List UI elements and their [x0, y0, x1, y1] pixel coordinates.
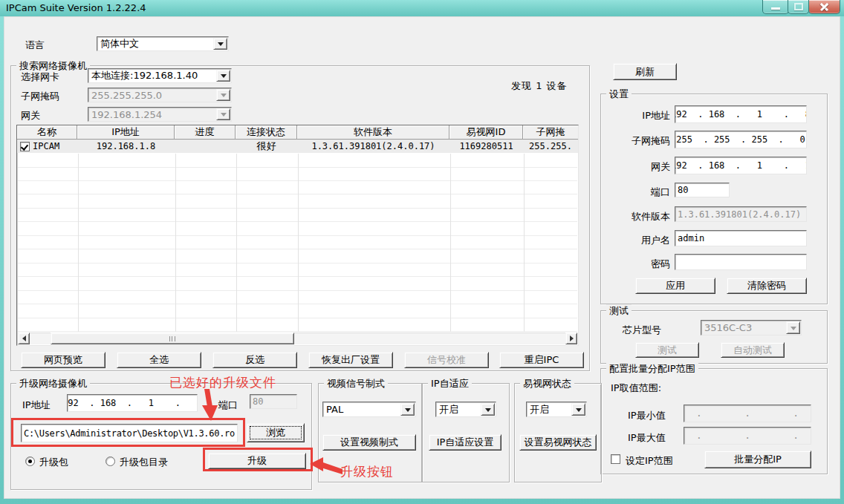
- gateway-value: 192.168.1.254: [91, 109, 162, 120]
- test-group-title: 测试: [606, 304, 632, 318]
- minimize-button[interactable]: [762, 0, 789, 14]
- device-table-header: 名称 IP地址 进度 连接状态 软件版本 易视网ID 子网掩: [17, 125, 578, 140]
- ysw-status-value: 开启: [530, 403, 549, 416]
- ysw-status-select[interactable]: 开启: [526, 402, 587, 417]
- device-mask: 255.255.: [523, 141, 578, 151]
- test-group: 测试: [600, 310, 828, 364]
- settings-port-field[interactable]: 80: [675, 183, 730, 197]
- window-title: IPCam Suite Version 1.2.22.4: [6, 2, 146, 13]
- batch-ip-group-title: 配置批量分配IP范围: [606, 362, 698, 376]
- upgrade-port-field: 80: [250, 394, 297, 409]
- signal-calibrate-button: 信号校准: [404, 352, 489, 368]
- auto-test-button: 自动测试: [721, 342, 785, 358]
- browse-button[interactable]: 浏览: [247, 423, 305, 442]
- chip-model-select: 3516C-C3: [701, 320, 802, 336]
- upgrade-package-label: 升级包: [39, 456, 68, 469]
- upgrade-package-radio[interactable]: [25, 456, 35, 466]
- chevron-down-icon: [216, 89, 230, 101]
- settings-version-label: 软件版本: [602, 210, 670, 223]
- nic-select[interactable]: 本地连接:192.168.1.40: [88, 68, 232, 83]
- web-preview-button[interactable]: 网页预览: [21, 352, 106, 368]
- left-arrow-icon: [310, 456, 343, 477]
- set-ip-range-checkbox[interactable]: [611, 454, 620, 464]
- settings-ip-label: IP地址: [602, 109, 670, 122]
- device-table: 名称 IP地址 进度 连接状态 软件版本 易视网ID 子网掩 IPCAM 192…: [16, 125, 579, 346]
- factory-reset-button[interactable]: 恢复出厂设置: [308, 352, 393, 368]
- down-arrow-icon: [198, 389, 221, 422]
- settings-gateway-field[interactable]: 192 . 168 . 1 . 1: [675, 157, 807, 174]
- column-header-mask[interactable]: 子网掩: [523, 125, 578, 140]
- chevron-down-icon[interactable]: [400, 403, 415, 416]
- chip-model-value: 3516C-C3: [704, 322, 752, 333]
- chevron-down-icon[interactable]: [216, 70, 230, 82]
- video-standard-select[interactable]: PAL: [322, 402, 416, 417]
- table-row[interactable]: IPCAM 192.168.1.8 很好 1.3.61.391801(2.4.0…: [17, 140, 578, 153]
- upgrade-package-dir-radio[interactable]: [106, 456, 115, 466]
- upgrade-ip-field[interactable]: 192 . 168 . 1 . 8: [67, 394, 198, 412]
- device-version: 1.3.61.391801(2.4.0.17): [297, 141, 449, 151]
- language-label: 语言: [25, 39, 45, 52]
- chip-model-label: 芯片型号: [623, 324, 661, 337]
- column-header-version[interactable]: 软件版本: [297, 125, 449, 140]
- scrollbar-thumb[interactable]: [51, 333, 294, 344]
- ip-max-field: . . .: [684, 427, 811, 445]
- settings-version-field: 1.3.61.391801(2.4.0.17): [675, 206, 807, 222]
- horizontal-scrollbar[interactable]: [18, 333, 577, 344]
- chevron-down-icon[interactable]: [481, 403, 495, 416]
- subnet-mask-select: 255.255.255.0: [88, 88, 232, 102]
- ip-max-label: IP最大值: [628, 431, 666, 445]
- ip-adaptive-select[interactable]: 开启: [435, 402, 496, 417]
- set-video-standard-button[interactable]: 设置视频制式: [322, 434, 416, 451]
- upgrade-annotation-text: 升级按钮: [340, 463, 394, 480]
- apply-button[interactable]: 应用: [635, 278, 715, 294]
- settings-mask-field[interactable]: 255 . 255 . 255 . 0: [675, 131, 807, 148]
- settings-mask-label: 子网掩码: [602, 134, 670, 148]
- column-header-progress[interactable]: 进度: [175, 125, 236, 140]
- chevron-down-icon[interactable]: [571, 403, 585, 416]
- column-header-ysw-id[interactable]: 易视网ID: [449, 125, 523, 140]
- gateway-label: 网关: [21, 109, 40, 122]
- ip-adaptive-group: IP自适应: [422, 383, 510, 482]
- settings-gateway-label: 网关: [602, 160, 670, 174]
- upgrade-highlight-box: [203, 448, 313, 471]
- ip-adaptive-value: 开启: [439, 403, 458, 416]
- invert-selection-button[interactable]: 反选: [212, 352, 297, 368]
- ip-adaptive-set-button[interactable]: IP自适应设置: [429, 434, 501, 451]
- language-value: 简体中文: [100, 37, 139, 50]
- ysw-status-group-title: 易视网状态: [520, 377, 574, 390]
- select-all-button[interactable]: 全选: [117, 352, 201, 368]
- column-header-name[interactable]: 名称: [17, 125, 77, 140]
- password-field[interactable]: [675, 254, 807, 270]
- column-header-ip[interactable]: IP地址: [77, 125, 175, 140]
- upgrade-package-dir-label: 升级包目录: [120, 456, 168, 469]
- set-ip-range-label: 设定IP范围: [626, 454, 673, 468]
- found-devices-text: 发现 1 设备: [511, 79, 568, 93]
- upgrade-group-title: 升级网络摄像机: [16, 377, 90, 390]
- username-field[interactable]: admin: [675, 230, 807, 246]
- clear-password-button[interactable]: 清除密码: [727, 278, 807, 294]
- row-checkbox[interactable]: [20, 142, 30, 151]
- username-label: 用户名: [602, 234, 670, 247]
- settings-port-label: 端口: [602, 186, 670, 199]
- chevron-down-icon[interactable]: [213, 38, 227, 50]
- reboot-ipc-button[interactable]: 重启IPC: [499, 352, 584, 368]
- refresh-button[interactable]: 刷新: [613, 63, 677, 80]
- password-label: 密码: [602, 258, 670, 271]
- close-button[interactable]: [808, 0, 840, 14]
- column-header-status[interactable]: 连接状态: [236, 125, 297, 140]
- ysw-status-set-button[interactable]: 设置易视网状态: [519, 434, 597, 451]
- file-highlight-box: [11, 418, 245, 447]
- title-bar: IPCam Suite Version 1.2.22.4: [0, 0, 844, 16]
- ip-min-field: . . .: [684, 405, 811, 422]
- settings-ip-field[interactable]: 192 . 168 . 1 . 8: [675, 105, 807, 123]
- gateway-select: 192.168.1.254: [88, 107, 232, 122]
- maximize-button[interactable]: [788, 0, 809, 14]
- scroll-left-icon[interactable]: [18, 333, 30, 344]
- subnet-mask-label: 子网掩码: [21, 90, 59, 103]
- subnet-mask-value: 255.255.255.0: [91, 90, 162, 101]
- language-select[interactable]: 简体中文: [97, 36, 229, 51]
- ip-range-label: IP取值范围:: [611, 382, 661, 395]
- video-standard-value: PAL: [326, 404, 343, 415]
- batch-assign-ip-button[interactable]: 批量分配IP: [704, 451, 811, 468]
- scroll-right-icon[interactable]: [565, 333, 577, 344]
